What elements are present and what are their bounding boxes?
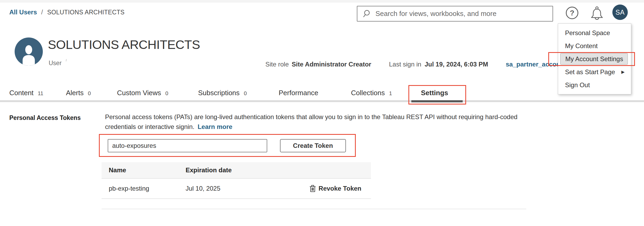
tick-mark [66, 59, 66, 61]
help-icon[interactable]: ? [566, 7, 578, 19]
tab-settings[interactable]: Settings [421, 89, 448, 97]
username-link[interactable]: sa_partner_accou [506, 61, 560, 68]
submenu-arrow-icon: ▶ [621, 69, 625, 74]
menu-item-sign-out[interactable]: Sign Out [558, 78, 631, 91]
tab-performance[interactable]: Performance [279, 89, 318, 97]
menu-item-my-content[interactable]: My Content [558, 39, 631, 52]
search-input[interactable] [375, 6, 553, 21]
top-strip [0, 0, 644, 2]
account-dropdown-menu: Personal Space My Content My Account Set… [558, 23, 631, 94]
search-box[interactable] [357, 6, 553, 22]
tableau-user-settings-page: All Users / SOLUTIONS ARCHITECTS ? SA SO… [0, 0, 644, 226]
column-header-expiration: Expiration date [186, 166, 371, 174]
tab-underline-bar [0, 100, 644, 102]
notifications-bell-icon[interactable] [590, 6, 604, 22]
trash-icon [310, 185, 316, 192]
site-role-label: Site role [265, 61, 289, 68]
breadcrumb: All Users / SOLUTIONS ARCHITECTS [9, 9, 124, 16]
pat-description-line1: Personal access tokens (PATs) are long-l… [105, 113, 517, 120]
token-table-row: pb-exp-testing Jul 10, 2025 Revoke Token [102, 179, 371, 199]
menu-item-personal-space[interactable]: Personal Space [558, 26, 631, 39]
user-avatar-menu-button[interactable]: SA [612, 5, 628, 20]
avatar-initials: SA [616, 9, 625, 16]
token-table-header: Name Expiration date [102, 162, 371, 179]
tab-alerts[interactable]: Alerts0 [66, 89, 91, 97]
revoke-token-label: Revoke Token [319, 185, 361, 192]
tab-subscriptions[interactable]: Subscriptions0 [198, 89, 247, 97]
page-title: SOLUTIONS ARCHITECTS [48, 37, 200, 52]
menu-item-set-as-start-page[interactable]: Set as Start Page ▶ [558, 65, 631, 78]
token-name-cell: pb-exp-testing [102, 185, 186, 192]
menu-item-my-account-settings[interactable]: My Account Settings [558, 52, 631, 65]
token-expiration-cell: Jul 10, 2025 [186, 185, 310, 192]
token-name-input[interactable] [108, 139, 267, 152]
token-table: Name Expiration date pb-exp-testing Jul … [102, 162, 371, 199]
column-header-name: Name [102, 166, 186, 174]
section-divider [102, 209, 526, 209]
tab-collections[interactable]: Collections1 [351, 89, 392, 97]
person-icon [15, 37, 43, 66]
site-role-value: Site Administrator Creator [292, 61, 371, 68]
last-sign-in-label: Last sign in [389, 61, 421, 68]
breadcrumb-separator: / [41, 9, 43, 16]
pat-description: Personal access tokens (PATs) are long-l… [105, 112, 517, 132]
active-tab-indicator [411, 100, 463, 102]
profile-subtitle: User [49, 60, 62, 67]
tab-custom-views[interactable]: Custom Views0 [117, 89, 168, 97]
pat-description-line2: credentials or interactive signin. [105, 123, 194, 130]
search-icon [363, 9, 372, 18]
profile-avatar [15, 37, 43, 66]
revoke-token-button[interactable]: Revoke Token [310, 185, 371, 192]
learn-more-link[interactable]: Learn more [198, 123, 232, 130]
create-token-button[interactable]: Create Token [280, 139, 346, 152]
pat-section-heading: Personal Access Tokens [9, 114, 81, 122]
tab-content[interactable]: Content11 [9, 89, 43, 97]
breadcrumb-all-users-link[interactable]: All Users [9, 9, 37, 16]
breadcrumb-current: SOLUTIONS ARCHITECTS [47, 9, 124, 16]
last-sign-in-value: Jul 19, 2024, 6:03 PM [425, 61, 488, 68]
